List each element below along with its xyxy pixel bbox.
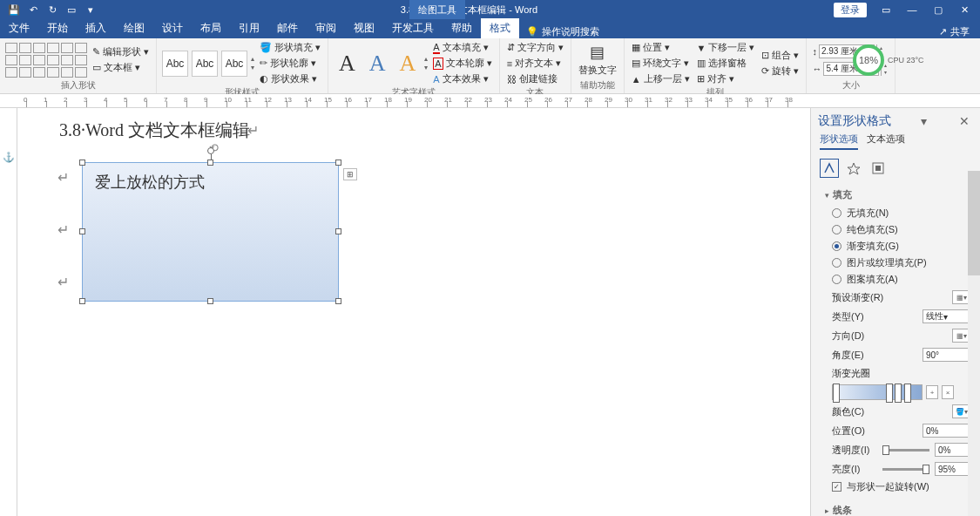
minimize-icon[interactable]: — <box>900 1 924 18</box>
wordart-more-icon[interactable]: ▴▾ <box>424 55 428 71</box>
gradient-stops-bar[interactable] <box>832 384 923 400</box>
fill-line-icon[interactable] <box>820 159 839 178</box>
wordart-preset[interactable]: A <box>395 51 422 77</box>
tab-review[interactable]: 审阅 <box>307 18 345 38</box>
brightness-input[interactable]: 95% <box>935 462 971 476</box>
text-fill-button[interactable]: A 文本填充 ▾ <box>431 40 493 55</box>
textbox-button[interactable]: ▭ 文本框 ▾ <box>91 60 151 75</box>
rotate-handle[interactable] <box>207 147 214 154</box>
transparency-slider[interactable] <box>882 449 929 452</box>
fill-picture-radio[interactable]: 图片或纹理填充(P) <box>825 255 971 271</box>
ribbon-display-icon[interactable]: ▭ <box>874 1 898 18</box>
add-stop-icon[interactable]: + <box>926 385 938 399</box>
transparency-input[interactable]: 0% <box>935 443 971 457</box>
resize-handle[interactable] <box>79 160 85 166</box>
text-box-shape[interactable]: 爱上放松的方式 ⊞ <box>82 162 339 302</box>
shape-style-preset[interactable]: Abc <box>192 51 218 77</box>
maximize-icon[interactable]: ▢ <box>926 1 950 18</box>
shape-gallery[interactable] <box>5 43 87 78</box>
gradient-stop[interactable] <box>895 384 902 403</box>
pane-tab-text[interactable]: 文本选项 <box>867 132 905 150</box>
align-text-button[interactable]: ≡ 对齐文本 ▾ <box>505 56 565 71</box>
tab-view[interactable]: 视图 <box>345 18 383 38</box>
pane-scrollbar[interactable] <box>968 171 980 516</box>
shape-outline-button[interactable]: ✏ 形状轮廓 ▾ <box>258 56 322 71</box>
shape-fill-button[interactable]: 🪣 形状填充 ▾ <box>258 40 322 55</box>
gradient-stop[interactable] <box>833 384 840 403</box>
type-combo[interactable]: 线性 ▾ <box>923 309 971 323</box>
shape-style-preset[interactable]: Abc <box>162 51 188 77</box>
layout-options-icon[interactable]: ⊞ <box>343 168 357 180</box>
layout-icon[interactable] <box>868 159 888 178</box>
horizontal-ruler[interactable]: 0123456789101112131415161718192021222324… <box>0 94 980 108</box>
rotate-button[interactable]: ⟳ 旋转 ▾ <box>760 64 801 78</box>
close-icon[interactable]: ✕ <box>952 1 977 18</box>
pane-tab-shape[interactable]: 形状选项 <box>820 132 858 150</box>
position-input[interactable]: 0% <box>923 424 971 438</box>
resize-handle[interactable] <box>335 160 341 166</box>
gradient-stop[interactable] <box>886 384 893 403</box>
text-outline-button[interactable]: A 文本轮廓 ▾ <box>431 56 493 71</box>
tab-references[interactable]: 引用 <box>230 18 268 38</box>
brightness-slider[interactable] <box>882 468 929 471</box>
resize-handle[interactable] <box>335 228 341 234</box>
wordart-preset[interactable]: A <box>334 51 361 77</box>
tell-me-search[interactable]: 💡 操作说明搜索 <box>526 25 599 38</box>
document-canvas[interactable]: 3.8·Word 文档文本框编辑 ↵ ⟲ ↵ ↵ ↵ 爱上放松的方式 ⊞ <box>17 108 810 516</box>
shape-effects-button[interactable]: ◐ 形状效果 ▾ <box>258 71 322 86</box>
login-button[interactable]: 登录 <box>834 3 867 17</box>
angle-input[interactable]: 90° <box>923 348 971 362</box>
fill-solid-radio[interactable]: 纯色填充(S) <box>825 221 971 238</box>
textbox-content[interactable]: 爱上放松的方式 <box>83 163 338 201</box>
wordart-preset[interactable]: A <box>364 51 391 77</box>
redo-icon[interactable]: ↻ <box>44 1 61 18</box>
save-icon[interactable]: 💾 <box>5 1 23 18</box>
pane-close-icon[interactable]: ✕ <box>956 114 973 128</box>
tab-developer[interactable]: 开发工具 <box>383 18 443 38</box>
style-gallery-more-icon[interactable]: ▴▾ <box>251 55 254 71</box>
resize-handle[interactable] <box>79 298 85 304</box>
section-fill[interactable]: 填充 <box>825 185 971 205</box>
brightness-label: 亮度(I) <box>832 463 860 476</box>
fill-gradient-radio[interactable]: 渐变填充(G) <box>825 238 971 255</box>
align-button[interactable]: ⊞ 对齐 ▾ <box>695 71 757 86</box>
tab-format[interactable]: 格式 <box>481 18 519 38</box>
tab-home[interactable]: 开始 <box>38 18 77 38</box>
vertical-ruler[interactable]: ⚓ <box>0 108 17 516</box>
resize-handle[interactable] <box>79 228 85 234</box>
tab-design[interactable]: 设计 <box>153 18 192 38</box>
text-direction-button[interactable]: ⇵ 文字方向 ▾ <box>505 40 565 55</box>
wrap-text-button[interactable]: ▤ 环绕文字 ▾ <box>630 56 692 71</box>
create-link-button[interactable]: ⛓ 创建链接 <box>505 71 565 86</box>
pane-dropdown-icon[interactable]: ▾ <box>917 114 930 128</box>
edit-shape-button[interactable]: ✎ 编辑形状 ▾ <box>91 44 151 59</box>
group-button[interactable]: ⊡ 组合 ▾ <box>760 48 801 63</box>
share-button[interactable]: ↗ 共享 <box>939 25 970 38</box>
remove-stop-icon[interactable]: × <box>942 385 954 399</box>
bring-forward-button[interactable]: ▲ 上移一层 ▾ <box>630 71 692 86</box>
fill-none-radio[interactable]: 无填充(N) <box>825 205 971 221</box>
selection-pane-button[interactable]: ▥ 选择窗格 <box>695 56 757 71</box>
touch-icon[interactable]: ▭ <box>63 1 80 18</box>
shape-style-preset[interactable]: Abc <box>221 51 247 77</box>
send-backward-button[interactable]: ▼ 下移一层 ▾ <box>695 40 757 55</box>
resize-handle[interactable] <box>335 298 341 304</box>
section-line[interactable]: 线条 <box>825 500 971 516</box>
alt-text-button[interactable]: 替换文字 <box>577 63 618 78</box>
gradient-stop[interactable] <box>904 384 911 403</box>
effects-icon[interactable] <box>844 159 863 178</box>
tab-draw[interactable]: 绘图 <box>115 18 153 38</box>
rotate-with-shape-checkbox[interactable]: ✓与形状一起旋转(W) <box>825 479 971 495</box>
resize-handle[interactable] <box>207 160 213 166</box>
undo-icon[interactable]: ↶ <box>24 1 42 18</box>
tab-mailings[interactable]: 邮件 <box>268 18 307 38</box>
tab-file[interactable]: 文件 <box>0 18 38 38</box>
qat-more-icon[interactable]: ▾ <box>82 1 99 18</box>
tab-insert[interactable]: 插入 <box>77 18 115 38</box>
tab-help[interactable]: 帮助 <box>443 18 481 38</box>
text-effects-button[interactable]: A 文本效果 ▾ <box>431 71 493 86</box>
position-button[interactable]: ▦ 位置 ▾ <box>630 40 692 55</box>
fill-pattern-radio[interactable]: 图案填充(A) <box>825 271 971 288</box>
tab-layout[interactable]: 布局 <box>192 18 230 38</box>
resize-handle[interactable] <box>207 298 213 304</box>
